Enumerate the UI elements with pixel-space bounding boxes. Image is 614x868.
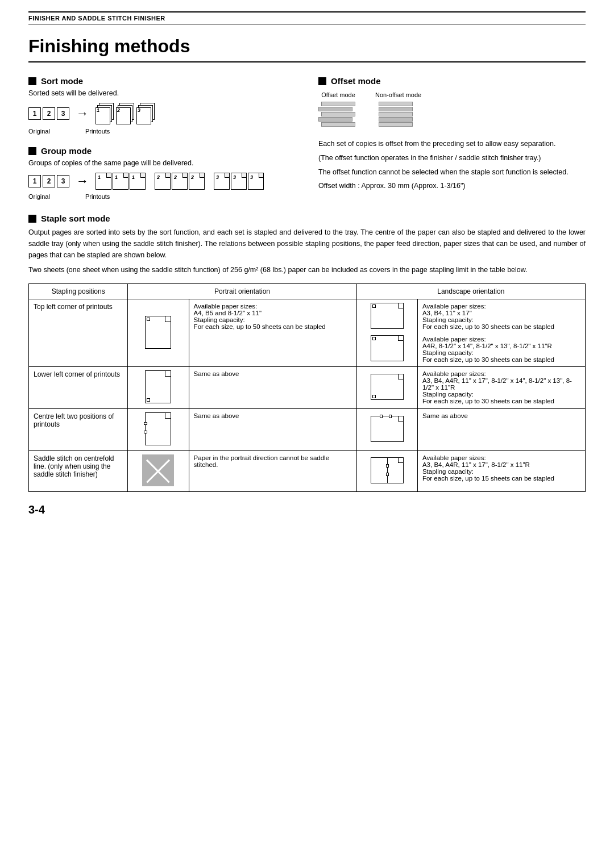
offset-p2: (The offset function operates in the fin… [318,153,586,164]
offset-p1: Each set of copies is offset from the pr… [318,139,586,149]
staple-sort-title: Staple sort mode [28,214,586,223]
saddle-staple-top [386,464,389,468]
corner-land-saddle [398,458,403,463]
corner-fold-tl [165,316,171,322]
page-title: Finishing methods [28,36,586,62]
offset-mode-title: Offset mode [318,76,586,86]
group-sheet-2b: 2 [172,173,188,190]
sort-page-2: 2 [43,107,55,120]
cross-box [142,454,174,486]
sort-mode-desc: Sorted sets will be delivered. [28,89,296,97]
group-set-2: 2 2 2 [155,173,205,190]
offset-sheet-4 [318,117,352,122]
group-page-2: 2 [43,175,55,187]
group-set-3: 3 3 3 [214,173,264,190]
offset-sheet-5 [321,122,355,127]
pos-centre-left: Centre left two positions of printouts [29,409,128,451]
top-two-col: Sort mode Sorted sets will be delivered.… [28,76,586,200]
landscape-img-cl [356,409,417,451]
sort-title-square [28,77,36,85]
group-sheet-2c: 2 [189,173,205,190]
group-labels: Original Printouts [28,193,296,200]
staple-cl-land-top [380,415,383,418]
landscape-text-tl: Available paper sizes:A3, B4, 11" x 17"S… [417,299,585,367]
page-number: 3-4 [28,503,586,516]
staple-cl-land-bot [389,415,392,418]
landscape-tl-text2: Available paper sizes:A4R, 8-1/2" x 14",… [422,336,580,363]
staple-land-tl2 [372,337,376,340]
portrait-img-tl [128,299,189,367]
group-sheet-3b: 3 [231,173,247,190]
offset-mode-item: Offset mode [318,91,358,133]
offset-p3: The offset function cannot be selected w… [318,167,586,178]
landscape-text-cl: Same as above [417,409,585,451]
portrait-img-saddle [128,451,189,492]
group-sheet-2a: 2 [155,173,171,190]
table-row: Centre left two positions of printouts S… [29,409,586,451]
staple-sort-section: Staple sort mode Output pages are sorted… [28,214,586,492]
corner-fold-ll [165,371,171,377]
corner-land-tl2 [398,336,403,341]
group-sheet-3a: 3 [214,173,230,190]
paper-portrait-cl [145,412,171,445]
sort-page-1: 1 [28,107,41,120]
staple-land-tl [372,304,376,308]
paper-land-saddle [371,457,404,483]
portrait-img-cl [128,409,189,451]
group-printouts: 1 1 1 2 2 2 3 3 [96,173,264,190]
group-original: 1 2 3 [28,175,69,187]
offset-sheet-1 [321,102,355,106]
saddle-fold-line [387,458,388,483]
portrait-text-cl: Same as above [189,409,356,451]
sort-page-3: 3 [57,107,69,120]
sort-mode-section: Sort mode Sorted sets will be delivered.… [28,76,296,200]
table-row: Top left corner of printouts Available p… [29,299,586,367]
nonoffset-sheet-5 [379,122,413,127]
group-original-label: Original [28,193,50,200]
landscape-img-saddle [356,451,417,492]
group-sheet-1c: 1 [130,173,146,190]
nonoffset-sheet-3 [379,112,413,116]
th-portrait: Portrait orientation [128,284,356,299]
offset-desc-1: Each set of copies is offset from the pr… [318,139,586,191]
group-page-1: 1 [28,175,41,187]
offset-sheet-3 [321,112,355,116]
sort-illustration: 1 2 3 → 1 2 [28,103,296,124]
staple-land-ll [372,395,376,398]
landscape-text-ll: Available paper sizes:A3, B4, A4R, 11" x… [417,367,585,409]
group-mode-title: Group mode [28,146,296,156]
nonoffset-sheet-4 [379,117,413,122]
header-bar: FINISHER AND SADDLE STITCH FINISHER [28,11,586,24]
group-sheet-1a: 1 [96,173,111,190]
table-row: Saddle stitch on centrefold line. (only … [29,451,586,492]
sort-set-3: 3 [136,103,154,124]
staple-tl [147,318,150,321]
landscape-text-saddle: Available paper sizes:A3, B4, A4R, 11" x… [417,451,585,492]
sort-original-label: Original [28,128,50,135]
nonoffset-mode-stack [379,102,418,133]
group-page-3: 3 [57,175,69,187]
offset-mode-section: Offset mode Offset mode Non-offset mode [318,76,586,200]
landscape-img-tl [356,299,417,367]
nonoffset-mode-item: Non-offset mode [375,91,421,133]
group-mode-section: Group mode Groups of copies of the same … [28,146,296,200]
landscape-tl-text1: Available paper sizes:A3, B4, 11" x 17"S… [422,303,580,330]
offset-mode-stack [318,102,358,133]
staple-cl-top [144,422,147,425]
group-original-pages: 1 2 3 [28,175,69,187]
sort-set-2: 2 [116,103,133,124]
offset-illustration: Offset mode Non-offset mode [318,91,586,133]
sort-arrow: → [76,106,89,121]
sort-original-pages: 1 2 3 [28,107,69,120]
staple-desc-2: Two sheets (one sheet when using the sad… [28,264,586,276]
staple-table: Stapling positions Portrait orientation … [28,283,586,492]
staple-cl-bot [144,431,147,433]
staple-title-square [28,215,36,223]
staple-bl [147,398,150,402]
group-illustration: 1 2 3 → 1 1 1 [28,173,296,190]
paper-land-tl1 [371,303,404,329]
nonoffset-sheet-1 [379,102,413,106]
corner-fold-cl [165,413,171,419]
landscape-img-ll [356,367,417,409]
sort-set-1: 1 [96,103,113,124]
